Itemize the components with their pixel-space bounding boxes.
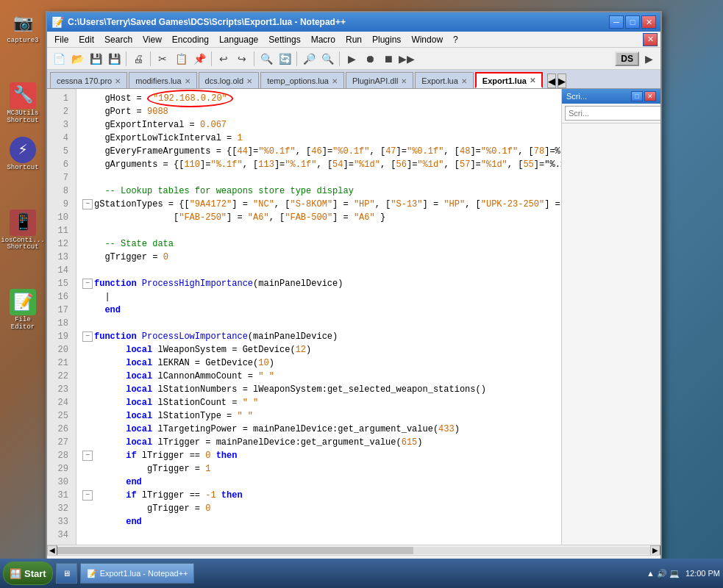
h-scrollbar-thumb[interactable] (57, 547, 413, 554)
h-scrollbar-track[interactable] (57, 547, 650, 554)
toolbar-find[interactable]: 🔍 (257, 50, 275, 68)
tab-modifiers[interactable]: modifiers.lua ✕ (129, 72, 196, 88)
toolbar-macro4[interactable]: ▶▶ (398, 50, 416, 68)
code-line-11 (82, 224, 561, 237)
menu-close-button[interactable]: ✕ (643, 33, 658, 46)
close-button[interactable]: ✕ (641, 15, 656, 29)
tab-close-cessna[interactable]: ✕ (115, 77, 121, 85)
taskbar-item-1[interactable]: 🖥 (56, 563, 77, 584)
desktop-icon-capture3[interactable]: 📷 capture3 (3, 7, 43, 47)
code-line-7 (82, 171, 561, 184)
toolbar-paste[interactable]: 📌 (190, 50, 208, 68)
tab-pluginapi[interactable]: PluginAPI.dll ✕ (346, 72, 413, 88)
start-icon: 🪟 (10, 568, 21, 579)
menu-search[interactable]: Search (100, 33, 137, 46)
mc3utils-label: MC3UtilsShortcut (7, 110, 38, 125)
toolbar-macro1[interactable]: ▶ (343, 50, 360, 68)
start-button[interactable]: 🪟 Start (3, 562, 53, 585)
tab-cessna[interactable]: cessna 170.pro ✕ (50, 72, 127, 88)
fold-marker-28[interactable]: − (82, 451, 93, 461)
toolbar-undo[interactable]: ↩ (215, 50, 232, 68)
fold-marker-9[interactable]: − (82, 199, 93, 209)
code-line-27: local lTrigger = mainPanelDevice:get_arg… (82, 436, 561, 449)
code-line-19: − function ProcessLowImportance(mainPane… (82, 330, 561, 343)
search-input[interactable] (565, 106, 660, 121)
minimize-button[interactable]: ─ (609, 15, 624, 29)
tab-close-export[interactable]: ✕ (461, 77, 467, 85)
toolbar-print[interactable]: 🖨 (129, 50, 147, 68)
toolbar-cut[interactable]: ✂ (154, 50, 171, 68)
toolbar-expand[interactable]: ▶ (640, 50, 658, 68)
menu-language[interactable]: Language (215, 33, 263, 46)
code-line-1: gHost = "192.168.0.20" (82, 92, 561, 105)
taskbar-right: ▲ 🔊 💻 12:00 PM (647, 569, 720, 578)
scroll-right-btn[interactable]: ▶ (650, 545, 660, 556)
tab-export1[interactable]: Export1.lua ✕ (475, 72, 543, 88)
code-line-34 (82, 528, 561, 542)
fold-marker-19[interactable]: − (82, 331, 93, 342)
menu-view[interactable]: View (138, 33, 166, 46)
menu-macro[interactable]: Macro (307, 33, 340, 46)
window-controls: ─ □ ✕ (609, 15, 656, 29)
code-line-26: local lTargetingPower = mainPanelDevice:… (82, 423, 561, 436)
toolbar-save[interactable]: 💾 (87, 50, 104, 68)
code-line-10: ["FAB-250"] = "A6", ["FAB-500"] = "A6" } (82, 211, 561, 224)
shortcut-icon: ⚡ (10, 137, 36, 163)
menu-settings[interactable]: Settings (264, 33, 304, 46)
fold-marker-31[interactable]: − (82, 490, 93, 501)
code-line-14 (82, 264, 561, 277)
start-label: Start (24, 568, 46, 579)
toolbar-copy[interactable]: 📋 (172, 50, 190, 68)
taskbar-notepad-item[interactable]: 📝 Export1.lua - Notepad++ (80, 563, 195, 584)
toolbar: 📄 📂 💾 💾 🖨 ✂ 📋 📌 ↩ ↪ 🔍 🔄 🔎 🔍 ▶ ⏺ ⏹ ▶▶ DS … (47, 48, 660, 70)
h-scrollbar[interactable]: ◀ ▶ (47, 545, 660, 555)
desktop-icon-ioscont[interactable]: 📱 iosConti...Shortcut (3, 207, 43, 254)
toolbar-replace[interactable]: 🔄 (276, 50, 293, 68)
tab-scroll-right[interactable]: ▶ (558, 74, 566, 88)
tab-dcslog[interactable]: dcs.log.old ✕ (199, 72, 260, 88)
code-line-2: gPort = 9088 (82, 105, 561, 118)
toolbar-ds-button[interactable]: DS (615, 51, 639, 66)
menu-help[interactable]: ? (449, 33, 463, 46)
toolbar-new[interactable]: 📄 (50, 50, 68, 68)
code-line-28: − if lTrigger == 0 then (82, 449, 561, 462)
desktop-icon-shortcut[interactable]: ⚡ Shortcut (3, 135, 43, 174)
toolbar-redo[interactable]: ↪ (233, 50, 251, 68)
menu-run[interactable]: Run (341, 33, 366, 46)
code-area[interactable]: gHost = "192.168.0.20" gPort = 9088 gExp… (76, 89, 561, 545)
menu-file[interactable]: File (50, 33, 73, 46)
toolbar-zoomin[interactable]: 🔎 (300, 50, 318, 68)
tab-scroll-left[interactable]: ◀ (547, 74, 556, 88)
code-line-5: gEveryFrameArguments = {[44]="%0.1f", [4… (82, 145, 561, 158)
menu-window[interactable]: Window (407, 33, 447, 46)
menu-edit[interactable]: Edit (74, 33, 99, 46)
tab-tempoptions[interactable]: temp_options.lua ✕ (260, 72, 344, 88)
code-line-21: local lEKRAN = GetDevice(10) (82, 356, 561, 370)
maximize-button[interactable]: □ (625, 15, 640, 29)
desktop-icon-fileeditor[interactable]: 📝 File Editor (3, 287, 43, 334)
toolbar-open[interactable]: 📂 (68, 50, 86, 68)
windows-taskbar: 🪟 Start 🖥 📝 Export1.lua - Notepad++ ▲ 🔊 … (0, 559, 723, 588)
toolbar-macro2[interactable]: ⏺ (361, 50, 379, 68)
tab-close-dcslog[interactable]: ✕ (246, 77, 252, 85)
tab-close-modifiers[interactable]: ✕ (185, 77, 190, 85)
scroll-left-btn[interactable]: ◀ (47, 545, 57, 556)
taskbar-clock: 12:00 PM (685, 569, 720, 578)
code-line-29: gTrigger = 1 (82, 462, 561, 476)
toolbar-zoomout[interactable]: 🔍 (318, 50, 336, 68)
toolbar-saveall[interactable]: 💾 (105, 50, 123, 68)
toolbar-macro3[interactable]: ⏹ (380, 50, 397, 68)
capture3-icon: 📷 (10, 10, 36, 36)
right-panel-close[interactable]: ✕ (644, 91, 656, 101)
fold-marker-15[interactable]: − (82, 279, 93, 289)
menu-plugins[interactable]: Plugins (368, 33, 405, 46)
tab-close-tempoptions[interactable]: ✕ (332, 77, 338, 85)
desktop-icon-mc3utils[interactable]: 🔧 MC3UtilsShortcut (3, 80, 43, 127)
code-line-12: -- State data (82, 237, 561, 251)
tab-close-pluginapi[interactable]: ✕ (401, 77, 407, 85)
tab-export[interactable]: Export.lua ✕ (415, 72, 474, 88)
tab-close-export1[interactable]: ✕ (530, 76, 535, 85)
line-numbers: 1 2 3 4 5 6 7 8 9 10 11 12 13 14 15 16 1… (47, 89, 76, 545)
right-panel-btn1[interactable]: □ (631, 91, 643, 101)
menu-encoding[interactable]: Encoding (168, 33, 213, 46)
